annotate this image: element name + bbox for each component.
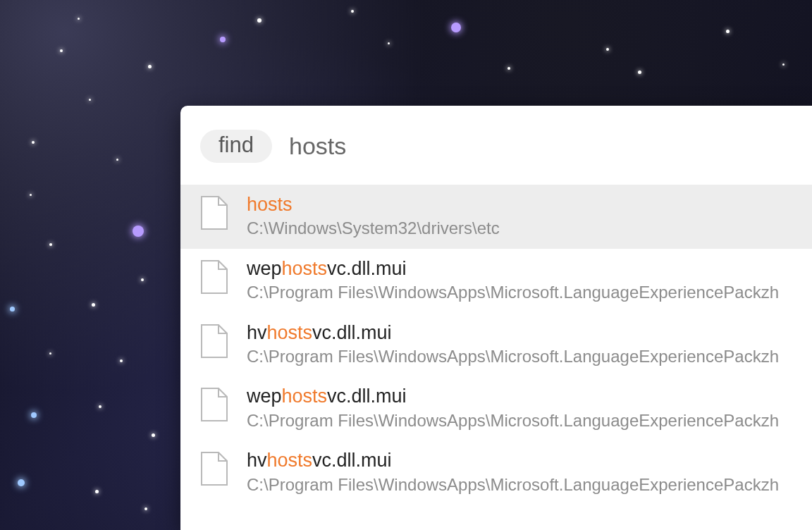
result-text: wephostsvc.dll.mui C:\Program Files\Wind… (247, 383, 779, 432)
result-text: wephostsvc.dll.mui C:\Program Files\Wind… (247, 256, 779, 304)
result-row[interactable]: wephostsvc.dll.mui C:\Program Files\Wind… (180, 249, 812, 313)
result-row[interactable]: wephostsvc.dll.mui C:\Program Files\Wind… (180, 376, 812, 440)
result-path: C:\Program Files\WindowsApps\Microsoft.L… (247, 281, 779, 304)
file-icon (200, 452, 228, 486)
result-path: C:\Program Files\WindowsApps\Microsoft.L… (247, 409, 779, 432)
result-path: C:\Windows\System32\drivers\etc (247, 217, 500, 240)
file-icon (200, 388, 228, 421)
results-list: hosts C:\Windows\System32\drivers\etc we… (180, 185, 812, 505)
search-scope-chip[interactable]: find (200, 130, 272, 163)
search-input[interactable] (288, 131, 713, 161)
result-name: hvhostsvc.dll.mui (247, 448, 779, 473)
search-panel: find hosts C:\Windows\System32\drivers\e… (180, 106, 812, 530)
result-path: C:\Program Files\WindowsApps\Microsoft.L… (247, 474, 779, 496)
result-text: hvhostsvc.dll.mui C:\Program Files\Windo… (247, 448, 779, 496)
result-row[interactable]: hosts C:\Windows\System32\drivers\etc (180, 185, 812, 249)
result-name: hvhostsvc.dll.mui (247, 320, 779, 345)
result-row[interactable]: hvhostsvc.dll.mui C:\Program Files\Windo… (180, 313, 812, 377)
result-name: hosts (247, 192, 500, 217)
result-name: wephostsvc.dll.mui (247, 256, 779, 281)
search-bar: find (180, 106, 812, 185)
result-name: wephostsvc.dll.mui (247, 383, 779, 409)
file-icon (200, 324, 228, 358)
result-text: hvhostsvc.dll.mui C:\Program Files\Windo… (247, 320, 779, 369)
file-icon (200, 196, 228, 230)
result-path: C:\Program Files\WindowsApps\Microsoft.L… (247, 345, 779, 368)
file-icon (200, 260, 228, 294)
result-text: hosts C:\Windows\System32\drivers\etc (247, 192, 500, 240)
result-row[interactable]: hvhostsvc.dll.mui C:\Program Files\Windo… (180, 440, 812, 505)
